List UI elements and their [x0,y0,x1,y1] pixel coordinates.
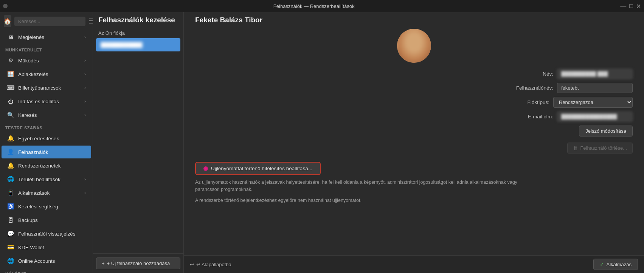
backup-icon: 🗄 [7,216,14,224]
sidebar-item-teruleti[interactable]: 🌐 Területi beállítások › [2,173,91,186]
sidebar-item-inditas[interactable]: ⏻ Indítás és leállítás › [2,95,91,108]
wallet-icon: 💳 [7,244,14,251]
section-label-munkaterület: Munkaterület [0,44,93,54]
sidebar-item-ertesitesek[interactable]: 🔔 Egyéb értesítések [2,132,91,145]
user-list-item[interactable]: ████████████ [96,38,180,51]
home-icon: 🏠 [4,18,11,25]
sidebar-item-kereses[interactable]: 🔍 Keresés › [2,109,91,121]
add-icon: + [102,261,105,266]
username-input[interactable] [557,83,633,93]
megjelenes-icon: 🖥 [7,33,14,41]
notification-icon: 🔔 [7,162,14,169]
titlebar-controls[interactable]: — □ ✕ [620,3,641,10]
reset-icon: ↩ [190,262,194,267]
search-icon: 🔍 [7,111,14,119]
user-item-name: ████████████ [101,42,143,48]
checkmark-icon: ✓ [600,261,604,267]
add-user-button[interactable]: + + Új felhasználó hozzáadása [96,257,180,269]
fingerprint-section: Ujjlenyomattal történő hitelesítés beáll… [195,162,633,204]
user-list-panel: Felhasználók kezelése Az Ön fiókja █████… [93,12,184,273]
avatar-image [397,29,431,63]
email-input[interactable] [557,112,633,122]
close-button[interactable]: ✕ [636,3,641,10]
search-input[interactable] [14,17,85,26]
main-content-area: Felhasználók kezelése Az Ön fiókja █████… [93,12,644,273]
titlebar-dots [3,4,8,8]
fingerprint-dot-icon [203,166,208,171]
sidebar-item-kezelesi[interactable]: ♿ Kezelési segítség [2,200,91,213]
app-body: 🏠 ☰ 🖥 Megjelenés › Munkaterület ⚙ Működé… [0,12,644,273]
mukodes-icon: ⚙ [7,57,14,64]
sidebar-item-felhasznalok[interactable]: 👤 Felhasználók [2,146,91,158]
sidebar-item-online-accounts[interactable]: 🌐 Online Accounts [2,254,91,267]
sidebar-item-visszajelzes[interactable]: 💬 Felhasználói visszajelzés [2,227,91,240]
sidebar-item-billentyuparancsok[interactable]: ⌨ Billentyűparancsok › [2,81,91,94]
chevron-icon: › [84,71,86,77]
reset-label: ↩ Alapállapotba [196,262,231,267]
sidebar-header: 🏠 ☰ [0,12,93,30]
sidebar-item-kde-wallet[interactable]: 💳 KDE Wallet [2,241,91,254]
section-label-testre: Testre szabás [0,122,93,132]
bottom-bar: ↩ ↩ Alapállapotba ✓ Alkalmazás [184,255,644,273]
account-type-select[interactable]: Rendszergazda Általános [554,97,632,107]
name-input[interactable] [557,69,633,79]
minimize-button[interactable]: — [620,3,626,9]
left-bottom-actions: + + Új felhasználó hozzáadása [93,253,183,273]
ablak-icon: 🪟 [7,70,14,78]
power-icon: ⏻ [7,98,14,105]
chevron-icon: › [84,34,86,40]
fingerprint-desc1: Az ujjlenyomatok használhatók a jelszava… [195,179,520,193]
name-label: Név: [508,71,553,77]
feedback-icon: 💬 [7,230,14,237]
apply-label: Alkalmazás [607,262,632,267]
sidebar: 🏠 ☰ 🖥 Megjelenés › Munkaterület ⚙ Működé… [0,12,93,273]
panel-title: Felhasználók kezelése [98,16,175,24]
home-button[interactable]: 🏠 [4,15,11,27]
chevron-icon: › [84,58,86,63]
sidebar-item-ablakkezeles[interactable]: 🪟 Ablakkezelés › [2,68,91,81]
apply-button[interactable]: ✓ Alkalmazás [593,259,638,270]
section-label-halozat: Hálózat [0,268,93,273]
chevron-icon: › [84,190,86,195]
delete-row: 🗑 Felhasználó törlése... [195,143,633,154]
dot1 [3,4,8,8]
menu-icon: ☰ [88,17,93,25]
fingerprint-desc2: A rendszerbe történő bejelentkezéshez eg… [195,197,362,204]
user-section-title: Az Ön fiókja [93,26,183,38]
username-row: Felhasználónév: [195,83,633,93]
username-label: Felhasználónév: [508,85,553,91]
user-list: ████████████ [93,38,183,253]
account-type-label: Fióktípus: [504,99,549,105]
chevron-icon: › [84,99,86,104]
sidebar-item-alkalmazasok[interactable]: 📱 Alkalmazások › [2,186,91,199]
trash-icon: 🗑 [573,145,578,151]
maximize-button[interactable]: □ [629,3,633,9]
name-row: Név: [195,69,633,79]
user-detail-panel: Fekete Balázs Tibor Név: Felhasználónév: [184,12,644,273]
sidebar-item-backups[interactable]: 🗄 Backups [2,214,91,226]
bell-icon: 🔔 [7,135,14,142]
globe-icon: 🌐 [7,175,14,183]
change-password-button[interactable]: Jelszó módosítása [579,126,633,136]
sidebar-item-mukodes[interactable]: ⚙ Működés › [2,54,91,67]
titlebar-title: Felhasználók — Rendszerbeállítások [8,3,620,9]
avatar-container [184,29,644,63]
account-type-select-wrap: Rendszergazda Általános [553,97,633,108]
chevron-icon: › [84,177,86,182]
sidebar-item-megjelenes[interactable]: 🖥 Megjelenés › [2,31,91,43]
menu-button[interactable]: ☰ [88,16,93,26]
email-label: E-mail cím: [508,114,553,119]
user-name-heading: Fekete Balázs Tibor [195,16,262,24]
accessibility-icon: ♿ [7,203,14,210]
avatar[interactable] [397,29,431,63]
titlebar-left [3,4,8,8]
fingerprint-button[interactable]: Ujjlenyomattal történő hitelesítés beáll… [195,162,321,175]
reset-button[interactable]: ↩ ↩ Alapállapotba [190,262,231,267]
delete-user-button[interactable]: 🗑 Felhasználó törlése... [567,143,633,154]
titlebar: Felhasználók — Rendszerbeállítások — □ ✕ [0,0,644,12]
delete-user-label: Felhasználó törlése... [580,145,627,151]
chevron-icon: › [84,112,86,118]
password-row: Jelszó módosítása [195,126,633,136]
chevron-icon: › [84,85,86,90]
sidebar-item-rendszeruzenetek[interactable]: 🔔 Rendszerüzenetek [2,159,91,172]
